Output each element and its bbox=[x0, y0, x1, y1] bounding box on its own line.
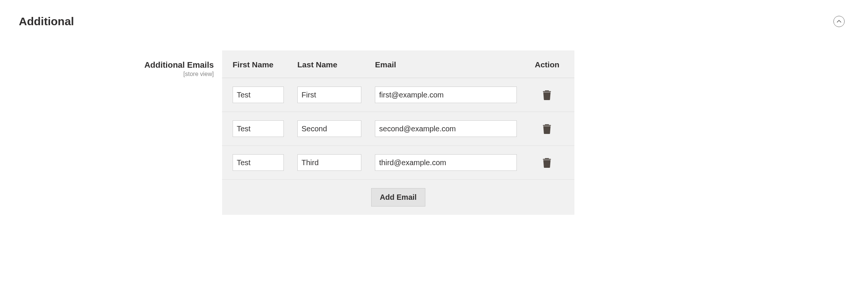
section-title: Additional bbox=[19, 15, 74, 28]
table-footer: Add Email bbox=[222, 179, 574, 215]
field-label: Additional Emails [store view] bbox=[19, 50, 222, 78]
email-input[interactable] bbox=[375, 87, 517, 103]
trash-icon bbox=[542, 89, 552, 100]
svg-rect-1 bbox=[543, 125, 551, 126]
field-label-text: Additional Emails bbox=[144, 60, 214, 70]
emails-table: First Name Last Name Email Action bbox=[222, 50, 574, 215]
svg-rect-0 bbox=[543, 91, 551, 92]
email-input[interactable] bbox=[375, 120, 517, 137]
first-name-input[interactable] bbox=[233, 120, 284, 137]
delete-row-button[interactable] bbox=[541, 88, 553, 102]
first-name-input[interactable] bbox=[233, 154, 284, 171]
section-header: Additional bbox=[19, 15, 849, 28]
last-name-input[interactable] bbox=[297, 154, 361, 171]
col-header-last-name: Last Name bbox=[291, 50, 368, 78]
svg-rect-2 bbox=[543, 159, 551, 160]
chevron-up-icon bbox=[837, 19, 841, 24]
col-header-first-name: First Name bbox=[222, 50, 291, 78]
trash-icon bbox=[542, 123, 552, 134]
field-scope-text: [store view] bbox=[19, 71, 214, 78]
trash-icon bbox=[542, 157, 552, 168]
email-input[interactable] bbox=[375, 154, 517, 171]
col-header-action: Action bbox=[524, 50, 574, 78]
field-content: First Name Last Name Email Action bbox=[222, 50, 574, 215]
table-row bbox=[222, 78, 574, 112]
table-row bbox=[222, 146, 574, 179]
delete-row-button[interactable] bbox=[541, 155, 553, 170]
last-name-input[interactable] bbox=[297, 87, 361, 103]
additional-emails-field: Additional Emails [store view] First Nam… bbox=[19, 50, 849, 215]
delete-row-button[interactable] bbox=[541, 122, 553, 136]
add-email-button[interactable]: Add Email bbox=[371, 188, 425, 207]
collapse-toggle[interactable] bbox=[833, 16, 845, 27]
last-name-input[interactable] bbox=[297, 120, 361, 137]
col-header-email: Email bbox=[368, 50, 524, 78]
first-name-input[interactable] bbox=[233, 87, 284, 103]
table-row bbox=[222, 112, 574, 146]
